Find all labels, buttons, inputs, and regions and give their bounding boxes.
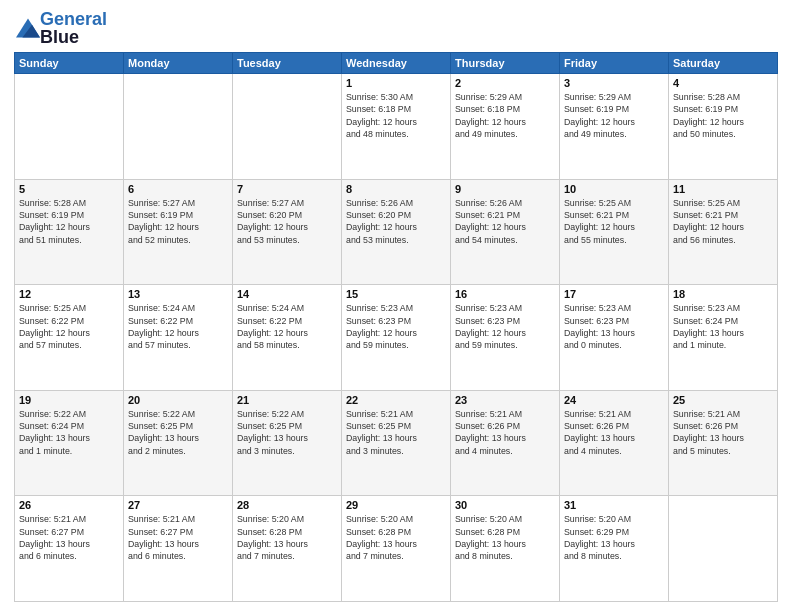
day-cell: 5Sunrise: 5:28 AM Sunset: 6:19 PM Daylig… bbox=[15, 179, 124, 285]
day-info: Sunrise: 5:22 AM Sunset: 6:24 PM Dayligh… bbox=[19, 408, 119, 457]
day-cell: 8Sunrise: 5:26 AM Sunset: 6:20 PM Daylig… bbox=[342, 179, 451, 285]
day-cell: 1Sunrise: 5:30 AM Sunset: 6:18 PM Daylig… bbox=[342, 74, 451, 180]
day-info: Sunrise: 5:20 AM Sunset: 6:28 PM Dayligh… bbox=[346, 513, 446, 562]
column-header-sunday: Sunday bbox=[15, 53, 124, 74]
day-cell: 19Sunrise: 5:22 AM Sunset: 6:24 PM Dayli… bbox=[15, 390, 124, 496]
day-cell: 2Sunrise: 5:29 AM Sunset: 6:18 PM Daylig… bbox=[451, 74, 560, 180]
day-info: Sunrise: 5:21 AM Sunset: 6:27 PM Dayligh… bbox=[128, 513, 228, 562]
day-cell: 17Sunrise: 5:23 AM Sunset: 6:23 PM Dayli… bbox=[560, 285, 669, 391]
day-number: 11 bbox=[673, 183, 773, 195]
calendar-header-row: SundayMondayTuesdayWednesdayThursdayFrid… bbox=[15, 53, 778, 74]
week-row-2: 5Sunrise: 5:28 AM Sunset: 6:19 PM Daylig… bbox=[15, 179, 778, 285]
day-info: Sunrise: 5:28 AM Sunset: 6:19 PM Dayligh… bbox=[19, 197, 119, 246]
day-cell: 15Sunrise: 5:23 AM Sunset: 6:23 PM Dayli… bbox=[342, 285, 451, 391]
day-cell: 4Sunrise: 5:28 AM Sunset: 6:19 PM Daylig… bbox=[669, 74, 778, 180]
header: GeneralBlue bbox=[14, 10, 778, 46]
day-number: 25 bbox=[673, 394, 773, 406]
day-cell: 7Sunrise: 5:27 AM Sunset: 6:20 PM Daylig… bbox=[233, 179, 342, 285]
day-number: 28 bbox=[237, 499, 337, 511]
day-cell bbox=[15, 74, 124, 180]
day-info: Sunrise: 5:24 AM Sunset: 6:22 PM Dayligh… bbox=[237, 302, 337, 351]
day-info: Sunrise: 5:26 AM Sunset: 6:21 PM Dayligh… bbox=[455, 197, 555, 246]
day-cell: 6Sunrise: 5:27 AM Sunset: 6:19 PM Daylig… bbox=[124, 179, 233, 285]
day-number: 9 bbox=[455, 183, 555, 195]
logo-text: GeneralBlue bbox=[40, 10, 107, 46]
day-cell: 9Sunrise: 5:26 AM Sunset: 6:21 PM Daylig… bbox=[451, 179, 560, 285]
day-number: 18 bbox=[673, 288, 773, 300]
day-cell: 10Sunrise: 5:25 AM Sunset: 6:21 PM Dayli… bbox=[560, 179, 669, 285]
day-info: Sunrise: 5:21 AM Sunset: 6:26 PM Dayligh… bbox=[673, 408, 773, 457]
day-cell: 16Sunrise: 5:23 AM Sunset: 6:23 PM Dayli… bbox=[451, 285, 560, 391]
day-number: 29 bbox=[346, 499, 446, 511]
week-row-1: 1Sunrise: 5:30 AM Sunset: 6:18 PM Daylig… bbox=[15, 74, 778, 180]
day-cell: 3Sunrise: 5:29 AM Sunset: 6:19 PM Daylig… bbox=[560, 74, 669, 180]
column-header-tuesday: Tuesday bbox=[233, 53, 342, 74]
day-cell: 29Sunrise: 5:20 AM Sunset: 6:28 PM Dayli… bbox=[342, 496, 451, 602]
day-cell: 30Sunrise: 5:20 AM Sunset: 6:28 PM Dayli… bbox=[451, 496, 560, 602]
day-number: 15 bbox=[346, 288, 446, 300]
week-row-4: 19Sunrise: 5:22 AM Sunset: 6:24 PM Dayli… bbox=[15, 390, 778, 496]
day-info: Sunrise: 5:28 AM Sunset: 6:19 PM Dayligh… bbox=[673, 91, 773, 140]
day-cell: 24Sunrise: 5:21 AM Sunset: 6:26 PM Dayli… bbox=[560, 390, 669, 496]
column-header-thursday: Thursday bbox=[451, 53, 560, 74]
day-cell: 23Sunrise: 5:21 AM Sunset: 6:26 PM Dayli… bbox=[451, 390, 560, 496]
page: GeneralBlue SundayMondayTuesdayWednesday… bbox=[0, 0, 792, 612]
day-info: Sunrise: 5:27 AM Sunset: 6:20 PM Dayligh… bbox=[237, 197, 337, 246]
day-info: Sunrise: 5:25 AM Sunset: 6:22 PM Dayligh… bbox=[19, 302, 119, 351]
day-cell: 12Sunrise: 5:25 AM Sunset: 6:22 PM Dayli… bbox=[15, 285, 124, 391]
day-number: 6 bbox=[128, 183, 228, 195]
day-cell: 11Sunrise: 5:25 AM Sunset: 6:21 PM Dayli… bbox=[669, 179, 778, 285]
day-number: 17 bbox=[564, 288, 664, 300]
day-number: 22 bbox=[346, 394, 446, 406]
day-number: 4 bbox=[673, 77, 773, 89]
day-cell: 26Sunrise: 5:21 AM Sunset: 6:27 PM Dayli… bbox=[15, 496, 124, 602]
day-number: 27 bbox=[128, 499, 228, 511]
week-row-5: 26Sunrise: 5:21 AM Sunset: 6:27 PM Dayli… bbox=[15, 496, 778, 602]
logo: GeneralBlue bbox=[14, 10, 107, 46]
day-info: Sunrise: 5:20 AM Sunset: 6:28 PM Dayligh… bbox=[455, 513, 555, 562]
column-header-saturday: Saturday bbox=[669, 53, 778, 74]
day-number: 1 bbox=[346, 77, 446, 89]
day-info: Sunrise: 5:22 AM Sunset: 6:25 PM Dayligh… bbox=[128, 408, 228, 457]
day-number: 31 bbox=[564, 499, 664, 511]
day-info: Sunrise: 5:21 AM Sunset: 6:26 PM Dayligh… bbox=[564, 408, 664, 457]
day-cell: 21Sunrise: 5:22 AM Sunset: 6:25 PM Dayli… bbox=[233, 390, 342, 496]
day-info: Sunrise: 5:23 AM Sunset: 6:24 PM Dayligh… bbox=[673, 302, 773, 351]
day-cell bbox=[233, 74, 342, 180]
day-info: Sunrise: 5:25 AM Sunset: 6:21 PM Dayligh… bbox=[564, 197, 664, 246]
day-cell: 28Sunrise: 5:20 AM Sunset: 6:28 PM Dayli… bbox=[233, 496, 342, 602]
column-header-monday: Monday bbox=[124, 53, 233, 74]
day-info: Sunrise: 5:29 AM Sunset: 6:18 PM Dayligh… bbox=[455, 91, 555, 140]
day-number: 30 bbox=[455, 499, 555, 511]
day-number: 8 bbox=[346, 183, 446, 195]
day-number: 5 bbox=[19, 183, 119, 195]
day-cell bbox=[669, 496, 778, 602]
day-number: 13 bbox=[128, 288, 228, 300]
day-number: 19 bbox=[19, 394, 119, 406]
day-info: Sunrise: 5:24 AM Sunset: 6:22 PM Dayligh… bbox=[128, 302, 228, 351]
day-cell: 25Sunrise: 5:21 AM Sunset: 6:26 PM Dayli… bbox=[669, 390, 778, 496]
column-header-friday: Friday bbox=[560, 53, 669, 74]
day-cell: 18Sunrise: 5:23 AM Sunset: 6:24 PM Dayli… bbox=[669, 285, 778, 391]
day-cell bbox=[124, 74, 233, 180]
day-number: 16 bbox=[455, 288, 555, 300]
day-cell: 14Sunrise: 5:24 AM Sunset: 6:22 PM Dayli… bbox=[233, 285, 342, 391]
day-info: Sunrise: 5:21 AM Sunset: 6:26 PM Dayligh… bbox=[455, 408, 555, 457]
day-info: Sunrise: 5:21 AM Sunset: 6:25 PM Dayligh… bbox=[346, 408, 446, 457]
day-info: Sunrise: 5:29 AM Sunset: 6:19 PM Dayligh… bbox=[564, 91, 664, 140]
day-info: Sunrise: 5:23 AM Sunset: 6:23 PM Dayligh… bbox=[346, 302, 446, 351]
day-number: 7 bbox=[237, 183, 337, 195]
day-cell: 31Sunrise: 5:20 AM Sunset: 6:29 PM Dayli… bbox=[560, 496, 669, 602]
day-info: Sunrise: 5:20 AM Sunset: 6:29 PM Dayligh… bbox=[564, 513, 664, 562]
day-cell: 20Sunrise: 5:22 AM Sunset: 6:25 PM Dayli… bbox=[124, 390, 233, 496]
day-number: 21 bbox=[237, 394, 337, 406]
day-info: Sunrise: 5:20 AM Sunset: 6:28 PM Dayligh… bbox=[237, 513, 337, 562]
day-info: Sunrise: 5:26 AM Sunset: 6:20 PM Dayligh… bbox=[346, 197, 446, 246]
day-info: Sunrise: 5:23 AM Sunset: 6:23 PM Dayligh… bbox=[455, 302, 555, 351]
day-info: Sunrise: 5:22 AM Sunset: 6:25 PM Dayligh… bbox=[237, 408, 337, 457]
calendar-table: SundayMondayTuesdayWednesdayThursdayFrid… bbox=[14, 52, 778, 602]
column-header-wednesday: Wednesday bbox=[342, 53, 451, 74]
day-number: 26 bbox=[19, 499, 119, 511]
day-number: 20 bbox=[128, 394, 228, 406]
day-info: Sunrise: 5:21 AM Sunset: 6:27 PM Dayligh… bbox=[19, 513, 119, 562]
